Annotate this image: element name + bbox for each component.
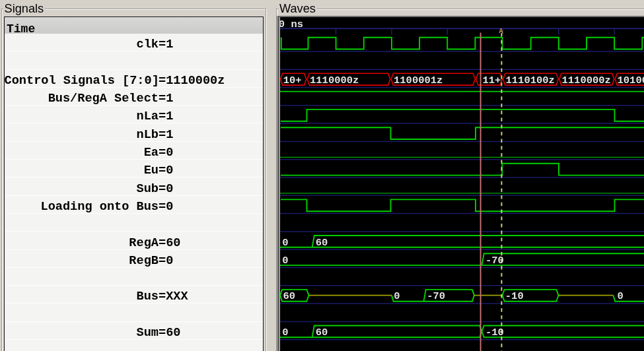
svg-text:0: 0	[394, 290, 400, 302]
svg-text:60: 60	[316, 327, 328, 338]
svg-text:0: 0	[282, 255, 288, 267]
svg-text:-70: -70	[427, 290, 445, 302]
svg-text:-10: -10	[505, 290, 524, 302]
svg-text:0: 0	[282, 237, 288, 249]
svg-text:0: 0	[282, 327, 288, 338]
svg-text:1110000z: 1110000z	[310, 75, 359, 86]
svg-text:60: 60	[283, 290, 296, 302]
svg-text:60: 60	[316, 237, 328, 249]
svg-text:101001: 101001	[618, 75, 644, 86]
svg-text:10+: 10+	[283, 75, 302, 86]
svg-text:1100001z: 1100001z	[394, 75, 443, 86]
svg-text:0: 0	[618, 290, 624, 302]
svg-text:1110100z: 1110100z	[506, 75, 555, 86]
svg-text:A: A	[499, 28, 503, 35]
svg-text:1110000z: 1110000z	[562, 75, 611, 86]
svg-text:11+: 11+	[483, 75, 501, 86]
